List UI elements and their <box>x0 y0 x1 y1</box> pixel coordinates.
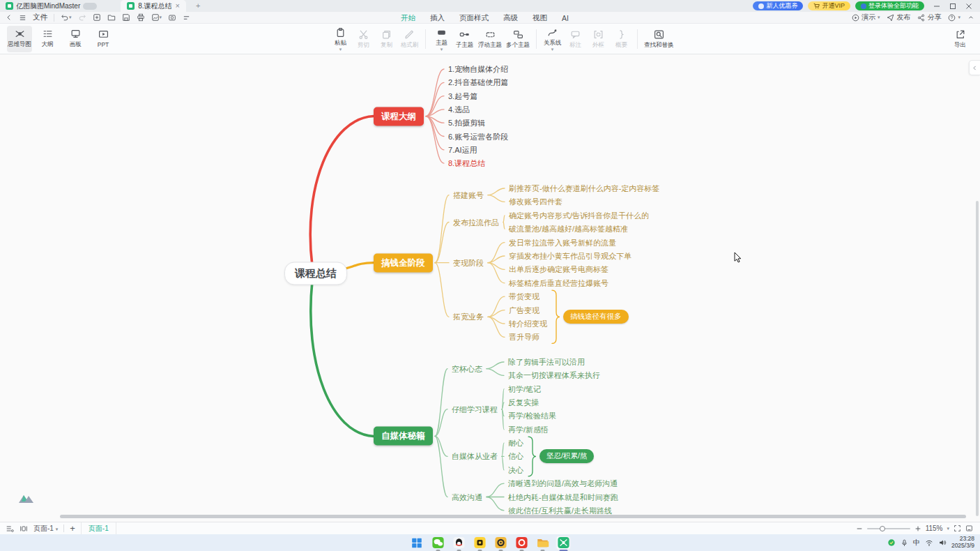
login-button[interactable]: 登录体验全部功能 <box>855 1 924 10</box>
publish-button[interactable]: 发布 <box>887 13 910 22</box>
leaf-topic[interactable]: 广告变现 <box>509 305 539 315</box>
leaf-topic[interactable]: 反复实操 <box>508 398 539 408</box>
media-app-icon[interactable] <box>493 536 508 550</box>
tool-format-painter-button[interactable]: 格式刷 <box>398 26 421 52</box>
minimize-button[interactable] <box>929 1 944 11</box>
leaf-topic[interactable]: 7.AI运用 <box>448 144 477 155</box>
leaf-topic[interactable]: 除了剪辑手法可以沿用 <box>508 357 585 368</box>
main-topic[interactable]: 课程大纲 <box>374 107 424 126</box>
close-button[interactable] <box>961 1 976 11</box>
leaf-topic[interactable]: 5.拍摄剪辑 <box>448 118 485 128</box>
leaf-topic[interactable]: 2.抖音基础使用篇 <box>448 77 508 88</box>
tool-cut-button[interactable]: 剪切 <box>352 26 375 52</box>
tool-find-replace-button[interactable]: 查找和替换 <box>642 26 676 52</box>
tool-copy-button[interactable]: 复制 <box>375 26 398 52</box>
export-button[interactable]: 导出 <box>949 26 972 52</box>
subtopic[interactable]: 搭建账号 <box>453 190 484 200</box>
mode-ppt-mode[interactable]: PPT <box>91 26 116 52</box>
open-vip-button[interactable]: 开通VIP <box>808 1 850 10</box>
horizontal-scrollbar[interactable] <box>60 515 966 518</box>
leaf-topic[interactable]: 4.选品 <box>448 104 470 114</box>
start-button[interactable] <box>410 536 424 550</box>
microphone-icon[interactable] <box>901 539 908 547</box>
tab-view[interactable]: 视图 <box>533 13 547 23</box>
wifi-icon[interactable] <box>925 538 933 547</box>
share-button[interactable]: 分享 <box>917 13 941 22</box>
save-icon[interactable] <box>122 13 130 22</box>
fullscreen-icon[interactable] <box>954 524 961 532</box>
fit-window-icon[interactable] <box>965 524 973 532</box>
leaf-topic[interactable]: 确定账号内容形式/告诉抖音你是干什么的 <box>509 210 649 220</box>
red-app-icon[interactable] <box>514 536 529 550</box>
undo-icon[interactable]: ▾ <box>61 13 72 22</box>
collapse-ribbon-icon[interactable] <box>967 14 974 21</box>
mode-board-mode[interactable]: 画板 <box>63 26 88 52</box>
mode-outline-mode[interactable]: 大纲 <box>35 26 60 52</box>
subtopic[interactable]: 空杯心态 <box>452 363 482 374</box>
subtopic[interactable]: 发布拉流作品 <box>453 217 499 227</box>
leaf-topic[interactable]: 清晰遇到的问题/高效与老师沟通 <box>508 478 618 489</box>
tab-page-style[interactable]: 页面样式 <box>459 13 489 23</box>
maximize-button[interactable] <box>945 1 960 11</box>
tab-advanced[interactable]: 高级 <box>503 13 518 23</box>
present-button[interactable]: 演示▾ <box>852 13 880 22</box>
print-icon[interactable] <box>137 13 145 22</box>
subtopic[interactable]: 高效沟通 <box>452 492 482 502</box>
tab-ai[interactable]: AI <box>562 14 569 22</box>
leaf-topic[interactable]: 信心 <box>508 451 523 462</box>
outline-panel-icon[interactable] <box>6 524 14 533</box>
vertical-scrollbar[interactable] <box>976 201 979 516</box>
subtopic[interactable]: 仔细学习课程 <box>452 404 498 414</box>
leaf-topic[interactable]: 6.账号运营各阶段 <box>448 131 508 142</box>
hamburger-menu-icon[interactable] <box>19 14 26 22</box>
subtopic[interactable]: 自媒体从业者 <box>452 451 498 462</box>
leaf-topic[interactable]: 刷推荐页-做什么赛道刷什么内容-定内容标签 <box>509 183 659 194</box>
add-page-button[interactable]: + <box>70 523 75 534</box>
mode-mindmap-mode[interactable]: 思维导图 <box>7 26 32 52</box>
mindmaster-app-icon[interactable] <box>556 536 571 550</box>
mindmap-canvas[interactable]: 课程总结1.宠物自媒体介绍2.抖音基础使用篇3.起号篇4.选品5.拍摄剪辑6.账… <box>0 54 980 522</box>
pages-panel-icon[interactable] <box>20 524 28 533</box>
file-menu[interactable]: 文件 <box>33 13 47 22</box>
leaf-topic[interactable]: 耐心 <box>508 438 523 448</box>
file-explorer-icon[interactable] <box>535 536 550 550</box>
leaf-topic[interactable]: 8.课程总结 <box>448 158 485 169</box>
zoom-slider[interactable] <box>867 528 910 529</box>
back-icon[interactable] <box>6 14 13 21</box>
more-tools-icon[interactable] <box>183 14 190 22</box>
leaf-topic[interactable]: 破流量池/越高越好/越高标签越精准 <box>509 224 628 234</box>
summary-callout[interactable]: 搞钱途径有很多 <box>563 310 629 324</box>
main-topic[interactable]: 搞钱全阶段 <box>374 253 433 272</box>
leaf-topic[interactable]: 转介绍变现 <box>509 319 547 329</box>
leaf-topic[interactable]: 标签精准后垂直经营拉爆账号 <box>509 278 608 288</box>
export-image-icon[interactable]: ▾ <box>151 13 162 22</box>
tab-home[interactable]: 开始 <box>401 13 415 23</box>
tool-paste-button[interactable]: 粘贴▼ <box>329 26 352 52</box>
tray-app-icon[interactable] <box>887 538 896 547</box>
help-button[interactable]: ▾ <box>948 14 960 22</box>
tool-callout-button[interactable]: 标注 <box>564 26 587 52</box>
close-document-icon[interactable]: × <box>176 2 180 10</box>
app-home-tab[interactable]: 亿图脑图MindMaster <box>0 0 102 12</box>
leaf-topic[interactable]: 带货变现 <box>509 292 539 302</box>
tool-boundary-button[interactable]: 外框 <box>587 26 610 52</box>
new-tab-button[interactable]: + <box>196 2 200 10</box>
subtopic[interactable]: 拓宽业务 <box>453 312 484 322</box>
summary-callout[interactable]: 坚忍/积累/熬 <box>539 449 594 463</box>
open-icon[interactable] <box>107 13 116 22</box>
panel-collapse-tab[interactable] <box>969 60 980 75</box>
leaf-topic[interactable]: 出单后逐步确定账号电商标签 <box>509 264 608 275</box>
leaf-topic[interactable]: 晋升导师 <box>509 332 539 342</box>
zoom-level[interactable]: 115% <box>926 524 943 532</box>
tool-multi-topic-button[interactable]: 多个主题 <box>504 26 532 52</box>
leaf-topic[interactable]: 3.起号篇 <box>448 91 477 101</box>
leaf-topic[interactable]: 再学/新感悟 <box>508 424 549 435</box>
zoom-slider-knob[interactable] <box>880 526 885 531</box>
tool-floating-topic-button[interactable]: 浮动主题 <box>476 26 504 52</box>
document-tab[interactable]: 8.课程总结 × <box>121 0 186 12</box>
snapshot-icon[interactable] <box>168 13 176 22</box>
leaf-topic[interactable]: 再学/检验结果 <box>508 411 556 421</box>
zoom-in-icon[interactable] <box>914 525 921 532</box>
leaf-topic[interactable]: 杜绝内耗-自媒体就是和时间赛跑 <box>508 492 618 502</box>
taskbar-clock[interactable]: 23:28 2025/3/9 <box>951 536 974 550</box>
